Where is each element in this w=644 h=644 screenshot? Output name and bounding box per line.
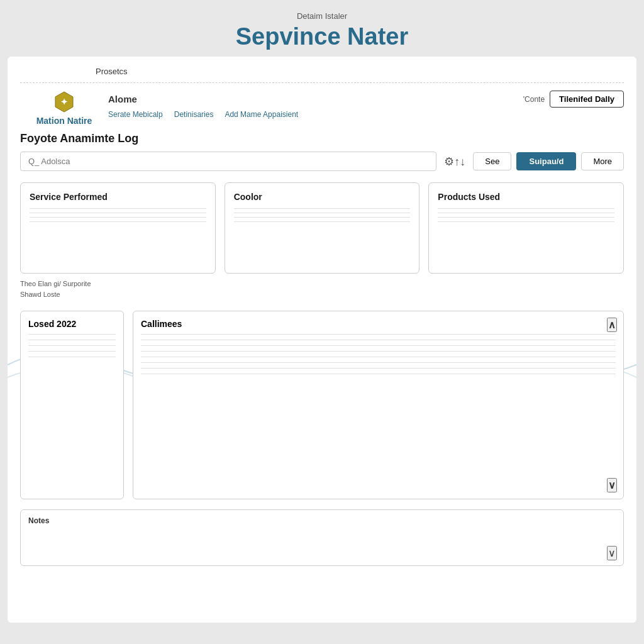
page-header: Detaim Istaler Sepvince Nater: [0, 0, 644, 57]
more-button[interactable]: More: [581, 152, 624, 170]
filter-icon-button[interactable]: ⚙↑↓: [441, 153, 468, 170]
service-performed-card: Service Performed: [20, 182, 216, 274]
br-line-6: [141, 362, 616, 363]
nav-actions: 'Conte Tilenifed Dally: [523, 91, 624, 108]
coolor-title: Coolor: [234, 192, 411, 202]
top-section: ✦ Mation Natire Alome 'Conte Tilenifed D…: [20, 91, 624, 126]
products-used-card: Products Used: [428, 182, 624, 274]
products-divider-4: [438, 221, 614, 222]
nav-links: Serate Mebicalp Detinisaries Add Mame Ap…: [108, 110, 624, 119]
bl-line-5: [28, 357, 116, 357]
see-button[interactable]: See: [473, 152, 511, 170]
logo-area: ✦ Mation Natire: [20, 91, 108, 126]
main-card: Prosetcs ✦ Mation Natire Alome 'Conte Ti…: [8, 57, 636, 623]
bottom-right-card: Callimees ∧ ∨: [133, 311, 624, 499]
nav-link-1[interactable]: Serate Mebicalp: [108, 110, 163, 119]
br-line-3: [141, 345, 616, 346]
helper-line-2: Shawd Loste: [20, 289, 624, 300]
bl-line-4: [28, 351, 116, 352]
divider-4: [30, 221, 206, 222]
products-divider-1: [438, 208, 614, 209]
bottom-right-title: Callimees: [141, 319, 616, 329]
service-performed-title: Service Performed: [30, 192, 206, 202]
coolor-divider-2: [234, 213, 411, 213]
products-divider-2: [438, 213, 614, 213]
br-line-7: [141, 368, 616, 369]
products-used-title: Products Used: [438, 192, 614, 202]
search-input[interactable]: [20, 152, 436, 171]
logo-name: Mation Natire: [36, 116, 92, 126]
bottom-left-card: Losed 2022: [20, 311, 124, 499]
notes-section: Notes ∨: [20, 509, 624, 566]
nav-bar: Prosetcs: [20, 67, 624, 83]
br-line-4: [141, 351, 616, 352]
scroll-down-button[interactable]: ∨: [607, 478, 617, 492]
br-line-5: [141, 357, 616, 357]
nav-top: Alome 'Conte Tilenifed Dally: [108, 91, 624, 108]
notes-scroll-down-button[interactable]: ∨: [607, 546, 617, 560]
products-divider-3: [438, 217, 614, 218]
coolor-card: Coolor: [225, 182, 420, 274]
helper-line-1: Theo Elan gi/ Surporite: [20, 279, 624, 289]
page-subtitle: Detaim Istaler: [0, 11, 644, 21]
divider-2: [30, 213, 206, 213]
log-section-title: Foyote Anamimte Log: [20, 132, 624, 145]
helper-text: Theo Elan gi/ Surporite Shawd Loste: [20, 279, 624, 299]
search-row: ⚙↑↓ See Suipau/d More: [20, 152, 624, 171]
nav-area: Alome 'Conte Tilenifed Dally Serate Mebi…: [108, 91, 624, 119]
svg-text:✦: ✦: [60, 97, 68, 107]
primary-action-button[interactable]: Suipau/d: [516, 152, 576, 170]
scroll-up-button[interactable]: ∧: [607, 318, 617, 332]
coolor-divider-1: [234, 208, 411, 209]
coolor-divider-4: [234, 221, 411, 222]
bl-line-2: [28, 340, 116, 340]
divider-1: [30, 208, 206, 209]
notes-label: Notes: [28, 516, 616, 525]
divider-3: [30, 217, 206, 218]
br-line-8: [141, 374, 616, 374]
coolor-divider-3: [234, 217, 411, 218]
br-line-2: [141, 340, 616, 340]
logo-icon: ✦: [53, 91, 75, 113]
cards-row: Service Performed Coolor Products Used: [20, 182, 624, 274]
page-title: Sepvince Nater: [0, 23, 644, 50]
bottom-section: Losed 2022 Callimees ∧ ∨: [20, 311, 624, 499]
nav-link-2[interactable]: Detinisaries: [174, 110, 214, 119]
nav-current-page: Alome: [108, 94, 137, 104]
br-line-1: [141, 334, 616, 335]
bl-line-1: [28, 334, 116, 335]
breadcrumb: Prosetcs: [96, 67, 128, 76]
action-button[interactable]: Tilenifed Dally: [550, 91, 624, 108]
nav-link-3[interactable]: Add Mame Appaisient: [225, 110, 298, 119]
nav-label-text: 'Conte: [523, 95, 545, 104]
bl-line-3: [28, 345, 116, 346]
bottom-left-title: Losed 2022: [28, 319, 116, 329]
